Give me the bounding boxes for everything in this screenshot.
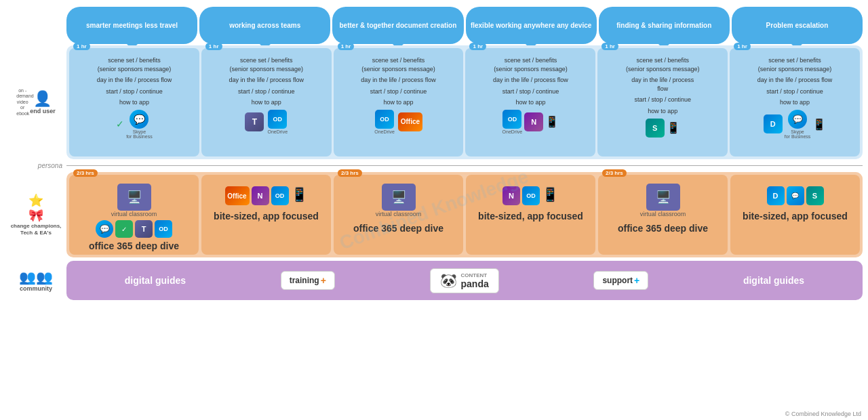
champ-block-6: D 💬 S bite-sized, app focused xyxy=(730,175,860,255)
end-user-section: on -demand video or ebook 👤 end user 1 h… xyxy=(5,45,863,159)
digital-guides-left: digital guides xyxy=(125,275,186,286)
cloud-2: working across teams xyxy=(199,7,330,44)
bite-sized-2: bite-sized, app focused xyxy=(469,211,592,222)
col-office: 1 hr scene set / benefits (senior sponso… xyxy=(334,48,464,156)
end-user-columns: 1 hr scene set / benefits (senior sponso… xyxy=(66,45,863,159)
champion-persona: ⭐ 🎀 change champions, Tech & EA's xyxy=(5,172,66,257)
panda-label: panda xyxy=(461,278,489,289)
support-badge: support + xyxy=(593,271,648,290)
digital-guides-right: digital guides xyxy=(743,275,804,286)
community-persona: 👥👥 community xyxy=(5,261,66,300)
deep-dive-1: office 365 deep dive xyxy=(73,240,195,251)
champ-hr-2: 2/3 hrs xyxy=(338,169,362,177)
cloud-4: flexible working anywhere any device xyxy=(466,7,597,44)
virtual-classroom-2: virtual classroom xyxy=(337,211,460,217)
clouds-row: smarter meetings less travel working acr… xyxy=(66,7,863,44)
bite-sized-3: bite-sized, app focused xyxy=(734,211,856,222)
panda-badge: 🐼 CONTENT panda xyxy=(430,268,499,293)
champ-block-5: 2/3 hrs 🖥️ virtual classroom office 365 … xyxy=(598,175,728,255)
col5-icons: S 📱 xyxy=(600,119,725,138)
col-delve: 1 hr scene set / benefits (senior sponso… xyxy=(730,48,860,156)
champ-block-3: 2/3 hrs 🖥️ virtual classroom office 365 … xyxy=(334,175,463,255)
col2-icons: T OD OneDrive xyxy=(204,110,329,134)
main-container: Combined Knowledge smarter meetings less… xyxy=(0,0,868,420)
col-sharepoint: 1 hr scene set / benefits (senior sponso… xyxy=(597,48,728,156)
community-label: community xyxy=(20,285,52,292)
cloud-3: better & together document creation xyxy=(332,7,463,44)
training-text: training xyxy=(290,276,319,285)
community-bar: digital guides training + 🐼 CONTENT pand… xyxy=(66,261,863,300)
col2-content: scene set / benefits (senior sponsors me… xyxy=(204,56,329,107)
champion-label: change champions, Tech & EA's xyxy=(5,223,66,237)
col-onenote: 1 hr scene set / benefits (senior sponso… xyxy=(465,48,595,156)
end-user-persona: on -demand video or ebook 👤 end user xyxy=(5,45,66,159)
persona-line-label: persona xyxy=(5,162,66,169)
champ-hr-1: 2/3 hrs xyxy=(73,169,98,177)
cloud-6: Problem escalation xyxy=(732,7,863,44)
col1-icons: ✓ 💬 Skypefor Business xyxy=(72,110,197,139)
skype-label: Skypefor Business xyxy=(126,129,153,139)
champ-hr-3: 2/3 hrs xyxy=(602,169,627,177)
end-user-icon: 👤 xyxy=(33,90,52,108)
deep-dive-2: office 365 deep dive xyxy=(337,223,460,234)
end-user-label: end user xyxy=(30,108,56,114)
col6-content: scene set / benefits (senior sponsors me… xyxy=(732,56,857,107)
col3-content: scene set / benefits (senior sponsors me… xyxy=(336,56,461,107)
champ-block-1: 2/3 hrs 🖥️ virtual classroom 💬 ✓ T OD of… xyxy=(69,175,199,255)
virtual-classroom-1: virtual classroom xyxy=(73,211,195,217)
col4-icons: OD OneDrive N 📱 xyxy=(468,110,593,134)
training-plus: + xyxy=(321,275,326,286)
panda-icon: 🐼 xyxy=(440,272,457,289)
champion-section: ⭐ 🎀 change champions, Tech & EA's 2/3 hr… xyxy=(5,172,863,257)
col3-icons: OD OneDrive Office xyxy=(336,110,461,134)
col1-content: scene set / benefits (senior sponsors me… xyxy=(72,56,197,107)
on-demand-label: on -demand video or ebook xyxy=(16,88,28,117)
cloud-1: smarter meetings less travel xyxy=(66,7,197,44)
virtual-classroom-3: virtual classroom xyxy=(601,211,724,217)
persona-divider: persona xyxy=(5,162,863,169)
cloud-5: finding & sharing information xyxy=(599,7,730,44)
office-icon: Office xyxy=(398,112,422,131)
content-label: CONTENT xyxy=(461,272,489,278)
deep-dive-3: office 365 deep dive xyxy=(601,223,724,234)
col6-icons: D 💬 Skypefor Business 📱 xyxy=(732,110,857,139)
col4-content: scene set / benefits (senior sponsors me… xyxy=(468,56,593,107)
bite-sized-1: bite-sized, app focused xyxy=(205,211,328,222)
support-text: support xyxy=(602,276,633,285)
support-plus: + xyxy=(634,275,639,286)
col5-content: scene set / benefits (senior sponsors me… xyxy=(600,56,725,116)
training-badge: training + xyxy=(281,271,335,290)
champ-block-2: Office N OD 📱 bite-sized, app focused xyxy=(201,175,331,255)
col-skype: 1 hr scene set / benefits (senior sponso… xyxy=(69,48,199,156)
copyright: © Combined Knowledge Ltd xyxy=(785,411,861,417)
community-section: 👥👥 community digital guides training + 🐼… xyxy=(5,261,863,300)
champ-block-4: N OD 📱 bite-sized, app focused xyxy=(466,175,595,255)
col-teams: 1 hr scene set / benefits (senior sponso… xyxy=(201,48,332,156)
champion-content: 2/3 hrs 🖥️ virtual classroom 💬 ✓ T OD of… xyxy=(66,172,863,257)
